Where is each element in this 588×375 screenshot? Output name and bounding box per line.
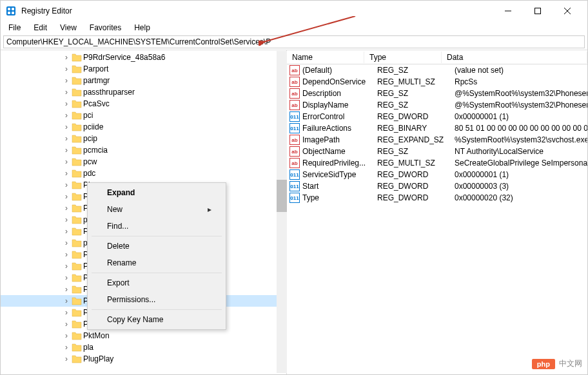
tree-item[interactable]: ›pla xyxy=(1,341,286,353)
list-row[interactable]: ab(Default)REG_SZ(value not set) xyxy=(287,64,587,76)
close-button[interactable] xyxy=(553,1,582,21)
ctx-delete[interactable]: Delete xyxy=(89,238,224,255)
value-type: REG_DWORD xyxy=(377,170,455,179)
chevron-right-icon[interactable]: › xyxy=(63,343,70,352)
list-row[interactable]: abObjectNameREG_SZNT Authority\LocalServ… xyxy=(287,146,587,157)
value-sz-icon: ab xyxy=(289,77,300,87)
chevron-right-icon[interactable]: › xyxy=(63,285,70,294)
chevron-right-icon[interactable]: › xyxy=(63,262,70,271)
tree-label: pcmcia xyxy=(83,146,108,155)
folder-icon xyxy=(72,111,82,120)
chevron-right-icon[interactable]: › xyxy=(63,250,70,259)
tree-item[interactable]: ›pci xyxy=(1,110,286,121)
chevron-right-icon[interactable]: › xyxy=(63,76,70,85)
value-name: Description xyxy=(302,89,377,98)
tree-item[interactable]: ›P9RdrService_48a58a6 xyxy=(1,52,286,63)
menu-file[interactable]: File xyxy=(3,22,26,34)
list-row[interactable]: 011ErrorControlREG_DWORD0x00000001 (1) xyxy=(287,111,587,122)
tree-item[interactable]: ›pdc xyxy=(1,168,286,179)
value-name: ObjectName xyxy=(302,147,377,156)
chevron-right-icon[interactable]: › xyxy=(63,296,70,305)
value-type: REG_SZ xyxy=(377,101,455,110)
list-row[interactable]: 011TypeREG_DWORD0x00000020 (32) xyxy=(287,192,587,204)
minimize-button[interactable] xyxy=(493,1,523,21)
menubar: File Edit View Favorites Help xyxy=(1,21,587,34)
list-panel[interactable]: Name Type Data ab(Default)REG_SZ(value n… xyxy=(287,50,587,375)
folder-icon xyxy=(72,273,82,282)
folder-icon xyxy=(72,88,82,97)
tree-item[interactable]: ›PktMon xyxy=(1,330,286,341)
chevron-right-icon[interactable]: › xyxy=(63,146,70,155)
chevron-right-icon[interactable]: › xyxy=(63,354,70,363)
value-data: NT Authority\LocalService xyxy=(455,147,587,156)
chevron-right-icon[interactable]: › xyxy=(63,204,70,213)
address-input[interactable] xyxy=(3,35,585,48)
value-type: REG_DWORD xyxy=(377,193,455,202)
list-row[interactable]: 011StartREG_DWORD0x00000003 (3) xyxy=(287,180,587,192)
folder-icon xyxy=(72,122,82,131)
tree-item[interactable]: ›pcip xyxy=(1,133,286,144)
value-type: REG_SZ xyxy=(377,66,455,75)
value-type: REG_SZ xyxy=(377,89,455,98)
chevron-right-icon[interactable]: › xyxy=(63,53,70,62)
ctx-find[interactable]: Find... xyxy=(89,218,224,235)
chevron-right-icon[interactable]: › xyxy=(63,64,70,73)
tree-scrollbar[interactable] xyxy=(277,51,287,373)
ctx-copy-key-name[interactable]: Copy Key Name xyxy=(89,311,224,328)
ctx-expand[interactable]: Expand xyxy=(89,184,224,201)
list-row[interactable]: abDisplayNameREG_SZ@%SystemRoot%\system3… xyxy=(287,99,587,111)
ctx-export[interactable]: Export xyxy=(89,274,224,291)
chevron-right-icon[interactable]: › xyxy=(63,99,70,108)
list-row[interactable]: abRequiredPrivileg...REG_MULTI_SZSeCreat… xyxy=(287,157,587,169)
folder-icon xyxy=(72,146,82,155)
list-row[interactable]: 011FailureActionsREG_BINARY80 51 01 00 0… xyxy=(287,122,587,134)
tree-item[interactable]: ›PcaSvc xyxy=(1,98,286,110)
chevron-right-icon[interactable]: › xyxy=(63,308,70,317)
maximize-button[interactable] xyxy=(523,1,553,21)
watermark-badge: php xyxy=(532,359,555,369)
tree-item[interactable]: ›pciide xyxy=(1,121,286,133)
tree-item[interactable]: ›Parport xyxy=(1,63,286,75)
ctx-permissions[interactable]: Permissions... xyxy=(89,291,224,308)
tree-label: pcip xyxy=(83,134,97,143)
menu-view[interactable]: View xyxy=(55,22,82,34)
chevron-right-icon[interactable]: › xyxy=(63,215,70,224)
chevron-right-icon[interactable]: › xyxy=(63,273,70,282)
tree-item[interactable]: ›pcmcia xyxy=(1,144,286,156)
chevron-right-icon[interactable]: › xyxy=(63,111,70,120)
chevron-right-icon[interactable]: › xyxy=(63,331,70,340)
chevron-right-icon[interactable]: › xyxy=(63,88,70,97)
value-type: REG_MULTI_SZ xyxy=(377,77,455,86)
list-row[interactable]: abDescriptionREG_SZ@%SystemRoot%\system3… xyxy=(287,88,587,99)
column-type[interactable]: Type xyxy=(364,52,442,63)
chevron-right-icon[interactable]: › xyxy=(63,157,70,166)
chevron-right-icon[interactable]: › xyxy=(63,169,70,178)
chevron-right-icon[interactable]: › xyxy=(63,227,70,236)
column-name[interactable]: Name xyxy=(287,52,364,63)
tree-item[interactable]: ›passthruparser xyxy=(1,86,286,98)
chevron-right-icon[interactable]: › xyxy=(63,238,70,247)
ctx-new[interactable]: New▸ xyxy=(89,201,224,218)
chevron-right-icon[interactable]: › xyxy=(63,180,70,189)
menu-favorites[interactable]: Favorites xyxy=(84,22,126,34)
chevron-right-icon[interactable]: › xyxy=(63,134,70,143)
menu-help[interactable]: Help xyxy=(129,22,155,34)
tree-item[interactable]: ›partmgr xyxy=(1,75,286,86)
tree-item[interactable]: ›PlugPlay xyxy=(1,353,286,365)
value-bin-icon: 011 xyxy=(289,169,300,180)
list-row[interactable]: 011ServiceSidTypeREG_DWORD0x00000001 (1) xyxy=(287,169,587,180)
value-type: REG_SZ xyxy=(377,147,455,156)
ctx-rename[interactable]: Rename xyxy=(89,255,224,271)
chevron-right-icon[interactable]: › xyxy=(63,122,70,131)
value-bin-icon: 011 xyxy=(289,123,300,133)
folder-icon xyxy=(72,99,82,108)
chevron-right-icon[interactable]: › xyxy=(63,320,70,329)
chevron-right-icon[interactable]: › xyxy=(63,192,70,201)
folder-icon xyxy=(72,285,82,294)
list-row[interactable]: abImagePathREG_EXPAND_SZ%SystemRoot%\sys… xyxy=(287,134,587,146)
column-data[interactable]: Data xyxy=(442,52,587,63)
menu-edit[interactable]: Edit xyxy=(28,22,52,34)
maximize-icon xyxy=(534,8,541,14)
tree-item[interactable]: ›pcw xyxy=(1,156,286,168)
list-row[interactable]: abDependOnServiceREG_MULTI_SZRpcSs xyxy=(287,76,587,88)
